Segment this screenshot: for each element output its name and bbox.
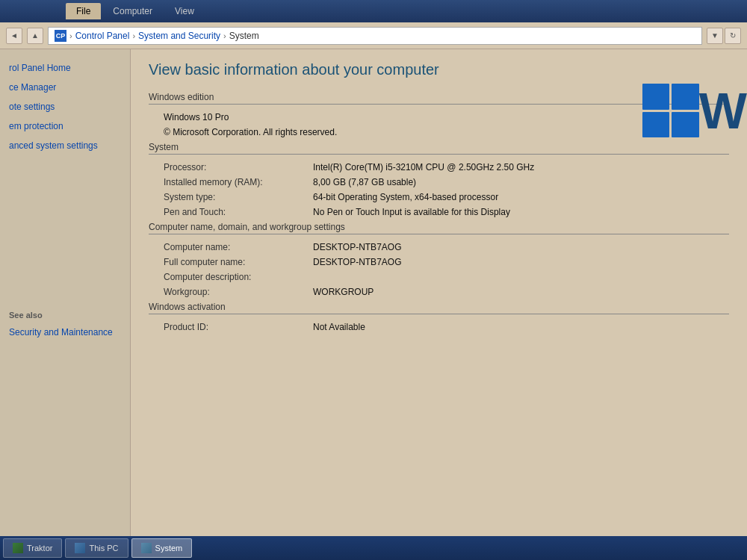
computer-name-value: DESKTOP-NTB7AOG [313,242,401,252]
content-area: View basic information about your comput… [131,49,747,536]
tab-file[interactable]: File [66,3,101,19]
full-computer-name-label: Full computer name: [164,257,313,267]
see-also-label: See also [0,305,130,323]
sidebar-item-remote-settings[interactable]: ote settings [0,97,130,116]
path-system: System [229,31,259,41]
nav-back-button[interactable]: ◄ [6,28,22,44]
computer-desc-row: Computer description: [149,272,729,282]
workgroup-row: Workgroup: WORKGROUP [149,287,729,297]
dropdown-button[interactable]: ▼ [707,28,723,44]
this-pc-icon [75,543,85,553]
sidebar: rol Panel Home ce Manager ote settings e… [0,49,131,536]
ram-label: Installed memory (RAM): [164,177,313,187]
edition-copyright-value: © Microsoft Corporation. All rights rese… [164,127,337,137]
computer-name-section: Computer name, domain, and workgroup set… [149,222,729,234]
taskbar-this-pc[interactable]: This PC [65,538,128,558]
nav-up-button[interactable]: ▲ [27,28,43,44]
logo-quad-tl [642,84,670,110]
traktor-label: Traktor [27,544,52,553]
main-layout: rol Panel Home ce Manager ote settings e… [0,49,747,536]
system-type-row: System type: 64-bit Operating System, x6… [149,192,729,202]
product-id-value: Not Available [313,322,365,332]
refresh-button[interactable]: ↻ [725,28,741,44]
ram-row: Installed memory (RAM): 8,00 GB (7,87 GB… [149,177,729,187]
product-id-row: Product ID: Not Available [149,322,729,332]
processor-value: Intel(R) Core(TM) i5-3210M CPU @ 2.50GHz… [313,162,534,172]
content-wrapper: View basic information about your comput… [149,61,729,332]
pen-touch-value: No Pen or Touch Input is available for t… [313,207,510,217]
logo-quad-tr [672,84,699,110]
computer-desc-label: Computer description: [164,272,313,282]
path-control-panel[interactable]: Control Panel [75,31,130,41]
sidebar-item-control-panel-home[interactable]: rol Panel Home [0,58,130,78]
sidebar-item-device-manager[interactable]: ce Manager [0,78,130,97]
address-path-bar[interactable]: CP › Control Panel › System and Security… [48,27,702,45]
system-icon [141,543,152,553]
edition-name-value: Windows 10 Pro [164,112,229,122]
pen-touch-label: Pen and Touch: [164,207,313,217]
windows-letter: W [699,85,747,136]
workgroup-value: WORKGROUP [313,287,374,297]
system-section: System [149,142,729,155]
system-label: System [155,544,183,553]
tab-computer[interactable]: Computer [102,3,163,19]
logo-quad-br [672,112,699,138]
path-sep-3: › [223,31,226,40]
taskbar-system[interactable]: System [131,538,193,558]
full-computer-name-row: Full computer name: DESKTOP-NTB7AOG [149,257,729,267]
taskbar-traktor[interactable]: Traktor [3,538,62,558]
windows-brand: W [642,84,747,137]
activation-section: Windows activation [149,302,729,314]
sidebar-item-system-protection[interactable]: em protection [0,116,130,136]
traktor-icon [13,543,23,553]
workgroup-label: Workgroup: [164,287,313,297]
this-pc-label: This PC [89,544,118,553]
windows-logo-grid [642,84,699,137]
sidebar-item-advanced-settings[interactable]: anced system settings [0,136,130,155]
path-system-security[interactable]: System and Security [138,31,220,41]
computer-name-row: Computer name: DESKTOP-NTB7AOG [149,242,729,252]
page-title: View basic information about your comput… [149,61,729,78]
logo-quad-bl [642,112,670,138]
full-computer-name-value: DESKTOP-NTB7AOG [313,257,401,267]
path-sep-1: › [69,31,72,40]
menu-tabs: File Computer View [66,3,205,19]
processor-label: Processor: [164,162,313,172]
tab-view[interactable]: View [164,3,205,19]
ram-value: 8,00 GB (7,87 GB usable) [313,177,416,187]
system-type-value: 64-bit Operating System, x64-based proce… [313,192,498,202]
address-bar: ◄ ▲ CP › Control Panel › System and Secu… [0,22,747,49]
path-sep-2: › [132,31,135,40]
pen-touch-row: Pen and Touch: No Pen or Touch Input is … [149,207,729,217]
title-bar: File Computer View [0,0,747,22]
sidebar-item-security-maintenance[interactable]: Security and Maintenance [0,323,130,342]
address-end-buttons: ▼ ↻ [707,28,741,44]
system-type-label: System type: [164,192,313,202]
taskbar: Traktor This PC System [0,536,747,560]
path-icon: CP [55,30,66,42]
product-id-label: Product ID: [164,322,313,332]
processor-row: Processor: Intel(R) Core(TM) i5-3210M CP… [149,162,729,172]
computer-name-label: Computer name: [164,242,313,252]
